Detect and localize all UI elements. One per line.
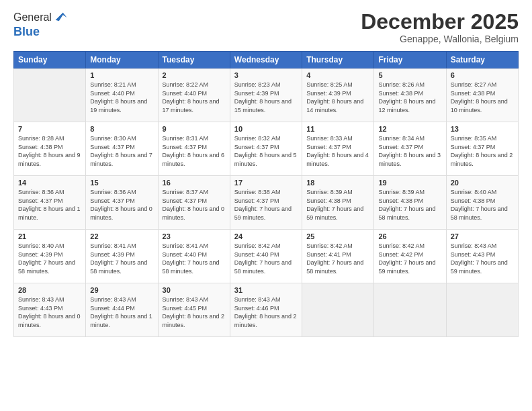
day-header-tuesday: Tuesday bbox=[158, 52, 230, 68]
day-number: 28 bbox=[18, 286, 81, 294]
day-info: Sunrise: 8:36 AMSunset: 4:37 PMDaylight:… bbox=[18, 189, 81, 221]
day-info: Sunrise: 8:28 AMSunset: 4:38 PMDaylight:… bbox=[18, 135, 81, 167]
day-header-friday: Friday bbox=[374, 52, 446, 68]
day-info: Sunrise: 8:34 AMSunset: 4:37 PMDaylight:… bbox=[378, 135, 441, 167]
month-title: December 2025 bbox=[361, 10, 519, 34]
day-number: 9 bbox=[163, 125, 226, 133]
calendar-cell: 14Sunrise: 8:36 AMSunset: 4:37 PMDayligh… bbox=[14, 176, 86, 230]
day-number: 21 bbox=[18, 232, 81, 240]
day-number: 15 bbox=[90, 179, 153, 187]
day-info: Sunrise: 8:39 AMSunset: 4:38 PMDaylight:… bbox=[306, 189, 363, 221]
day-header-wednesday: Wednesday bbox=[230, 52, 302, 68]
day-number: 24 bbox=[234, 232, 298, 240]
calendar-cell: 20Sunrise: 8:40 AMSunset: 4:38 PMDayligh… bbox=[446, 176, 518, 230]
day-info: Sunrise: 8:36 AMSunset: 4:37 PMDaylight:… bbox=[90, 189, 152, 221]
calendar-cell: 31Sunrise: 8:43 AMSunset: 4:46 PMDayligh… bbox=[230, 283, 302, 337]
day-info: Sunrise: 8:27 AMSunset: 4:38 PMDaylight:… bbox=[451, 81, 508, 113]
day-header-saturday: Saturday bbox=[446, 52, 518, 68]
calendar-cell: 22Sunrise: 8:41 AMSunset: 4:39 PMDayligh… bbox=[86, 230, 158, 283]
day-number: 22 bbox=[90, 232, 153, 240]
calendar-cell: 4Sunrise: 8:25 AMSunset: 4:39 PMDaylight… bbox=[302, 68, 374, 122]
day-number: 10 bbox=[234, 125, 298, 133]
day-number: 17 bbox=[234, 179, 298, 187]
week-row-4: 21Sunrise: 8:40 AMSunset: 4:39 PMDayligh… bbox=[14, 230, 519, 283]
day-info: Sunrise: 8:30 AMSunset: 4:37 PMDaylight:… bbox=[90, 135, 152, 167]
calendar-cell: 8Sunrise: 8:30 AMSunset: 4:37 PMDaylight… bbox=[86, 122, 158, 176]
day-info: Sunrise: 8:40 AMSunset: 4:38 PMDaylight:… bbox=[451, 189, 508, 221]
day-number: 4 bbox=[306, 71, 369, 79]
day-info: Sunrise: 8:43 AMSunset: 4:44 PMDaylight:… bbox=[90, 296, 152, 328]
day-number: 12 bbox=[378, 125, 441, 133]
day-number: 1 bbox=[90, 71, 153, 79]
calendar-cell: 26Sunrise: 8:42 AMSunset: 4:42 PMDayligh… bbox=[374, 230, 446, 283]
day-header-thursday: Thursday bbox=[302, 52, 374, 68]
header-row: SundayMondayTuesdayWednesdayThursdayFrid… bbox=[14, 52, 519, 68]
calendar-cell: 27Sunrise: 8:43 AMSunset: 4:43 PMDayligh… bbox=[446, 230, 518, 283]
svg-marker-0 bbox=[56, 13, 67, 21]
day-number: 25 bbox=[306, 232, 369, 240]
calendar-cell: 11Sunrise: 8:33 AMSunset: 4:37 PMDayligh… bbox=[302, 122, 374, 176]
calendar-cell: 12Sunrise: 8:34 AMSunset: 4:37 PMDayligh… bbox=[374, 122, 446, 176]
calendar-cell: 3Sunrise: 8:23 AMSunset: 4:39 PMDaylight… bbox=[230, 68, 302, 122]
day-info: Sunrise: 8:41 AMSunset: 4:40 PMDaylight:… bbox=[163, 242, 220, 275]
day-number: 7 bbox=[18, 125, 81, 133]
calendar-table: SundayMondayTuesdayWednesdayThursdayFrid… bbox=[13, 51, 519, 337]
day-info: Sunrise: 8:38 AMSunset: 4:37 PMDaylight:… bbox=[234, 189, 292, 221]
calendar-cell: 28Sunrise: 8:43 AMSunset: 4:43 PMDayligh… bbox=[14, 283, 86, 337]
day-info: Sunrise: 8:41 AMSunset: 4:39 PMDaylight:… bbox=[90, 242, 147, 275]
day-number: 13 bbox=[451, 125, 514, 133]
day-info: Sunrise: 8:33 AMSunset: 4:37 PMDaylight:… bbox=[306, 135, 369, 167]
day-info: Sunrise: 8:25 AMSunset: 4:39 PMDaylight:… bbox=[306, 81, 363, 113]
location: Genappe, Wallonia, Belgium bbox=[361, 34, 519, 44]
day-number: 26 bbox=[378, 232, 441, 240]
calendar-cell: 7Sunrise: 8:28 AMSunset: 4:38 PMDaylight… bbox=[14, 122, 86, 176]
day-number: 11 bbox=[306, 125, 369, 133]
day-info: Sunrise: 8:42 AMSunset: 4:40 PMDaylight:… bbox=[234, 242, 292, 275]
day-header-monday: Monday bbox=[86, 52, 158, 68]
day-number: 14 bbox=[18, 179, 81, 187]
day-number: 6 bbox=[451, 71, 514, 79]
week-row-3: 14Sunrise: 8:36 AMSunset: 4:37 PMDayligh… bbox=[14, 176, 519, 230]
calendar-cell: 13Sunrise: 8:35 AMSunset: 4:37 PMDayligh… bbox=[446, 122, 518, 176]
day-info: Sunrise: 8:37 AMSunset: 4:37 PMDaylight:… bbox=[163, 189, 225, 221]
calendar-cell: 1Sunrise: 8:21 AMSunset: 4:40 PMDaylight… bbox=[86, 68, 158, 122]
calendar-cell: 16Sunrise: 8:37 AMSunset: 4:37 PMDayligh… bbox=[158, 176, 230, 230]
day-info: Sunrise: 8:43 AMSunset: 4:45 PMDaylight:… bbox=[163, 296, 225, 328]
day-number: 19 bbox=[378, 179, 441, 187]
calendar-cell bbox=[374, 283, 446, 337]
page-container: General Blue December 2025 Genappe, Wall… bbox=[0, 0, 532, 344]
day-info: Sunrise: 8:39 AMSunset: 4:38 PMDaylight:… bbox=[378, 189, 435, 221]
day-info: Sunrise: 8:40 AMSunset: 4:39 PMDaylight:… bbox=[18, 242, 75, 275]
day-number: 8 bbox=[90, 125, 153, 133]
calendar-cell bbox=[302, 283, 374, 337]
day-info: Sunrise: 8:31 AMSunset: 4:37 PMDaylight:… bbox=[163, 135, 225, 167]
day-number: 20 bbox=[451, 179, 514, 187]
day-info: Sunrise: 8:42 AMSunset: 4:41 PMDaylight:… bbox=[306, 242, 363, 275]
calendar-cell bbox=[446, 283, 518, 337]
day-info: Sunrise: 8:21 AMSunset: 4:40 PMDaylight:… bbox=[90, 81, 147, 113]
day-number: 5 bbox=[378, 71, 441, 79]
day-info: Sunrise: 8:26 AMSunset: 4:38 PMDaylight:… bbox=[378, 81, 435, 113]
header: General Blue December 2025 Genappe, Wall… bbox=[13, 10, 519, 44]
calendar-cell: 29Sunrise: 8:43 AMSunset: 4:44 PMDayligh… bbox=[86, 283, 158, 337]
day-info: Sunrise: 8:42 AMSunset: 4:42 PMDaylight:… bbox=[378, 242, 435, 275]
day-info: Sunrise: 8:23 AMSunset: 4:39 PMDaylight:… bbox=[234, 81, 292, 113]
calendar-cell: 10Sunrise: 8:32 AMSunset: 4:37 PMDayligh… bbox=[230, 122, 302, 176]
logo-icon bbox=[53, 10, 68, 25]
day-info: Sunrise: 8:32 AMSunset: 4:37 PMDaylight:… bbox=[234, 135, 297, 167]
calendar-cell: 6Sunrise: 8:27 AMSunset: 4:38 PMDaylight… bbox=[446, 68, 518, 122]
day-info: Sunrise: 8:43 AMSunset: 4:43 PMDaylight:… bbox=[451, 242, 508, 275]
week-row-5: 28Sunrise: 8:43 AMSunset: 4:43 PMDayligh… bbox=[14, 283, 519, 337]
day-number: 18 bbox=[306, 179, 369, 187]
calendar-cell bbox=[14, 68, 86, 122]
week-row-2: 7Sunrise: 8:28 AMSunset: 4:38 PMDaylight… bbox=[14, 122, 519, 176]
calendar-cell: 23Sunrise: 8:41 AMSunset: 4:40 PMDayligh… bbox=[158, 230, 230, 283]
day-number: 23 bbox=[163, 232, 226, 240]
day-header-sunday: Sunday bbox=[14, 52, 86, 68]
day-number: 29 bbox=[90, 286, 153, 294]
title-block: December 2025 Genappe, Wallonia, Belgium bbox=[361, 10, 519, 44]
calendar-cell: 24Sunrise: 8:42 AMSunset: 4:40 PMDayligh… bbox=[230, 230, 302, 283]
day-number: 16 bbox=[163, 179, 226, 187]
calendar-cell: 2Sunrise: 8:22 AMSunset: 4:40 PMDaylight… bbox=[158, 68, 230, 122]
day-number: 3 bbox=[234, 71, 298, 79]
